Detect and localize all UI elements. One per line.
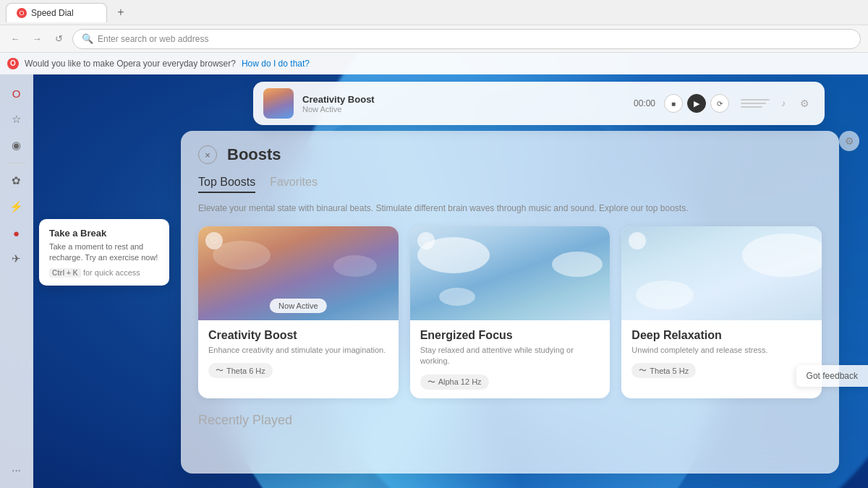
stop-button[interactable]: ■: [664, 94, 683, 113]
player-subtitle: Now Active: [302, 105, 625, 114]
take-break-tooltip: Take a Break Take a moment to rest and r…: [39, 219, 169, 286]
wave-icon: 〜: [216, 365, 224, 376]
address-bar[interactable]: 🔍 Enter search or web address: [72, 29, 861, 49]
deep-relaxation-card[interactable]: ♡ Deep Relaxation Unwind completely and …: [621, 226, 822, 398]
relax-frequency: Theta 5 Hz: [650, 367, 689, 375]
tab-title: Speed Dial: [31, 8, 74, 18]
cloud-deco-5: [439, 288, 475, 306]
creativity-frequency-tag: 〜 Theta 6 Hz: [208, 363, 273, 378]
relax-frequency-tag: 〜 Theta 5 Hz: [631, 363, 696, 378]
focus-frequency: Alpha 12 Hz: [438, 377, 482, 386]
energized-focus-card[interactable]: ♡ Energized Focus Stay relaxed and atten…: [410, 226, 610, 398]
relax-image-bg: [621, 226, 822, 320]
repeat-button[interactable]: ⟳: [710, 94, 729, 113]
shortcut-suffix: for quick access: [83, 268, 140, 277]
shortcut-key: Ctrl + K: [49, 268, 81, 278]
feedback-button[interactable]: Got feedback: [796, 365, 868, 387]
prompt-link[interactable]: How do I do that?: [242, 59, 310, 69]
browser-titlebar: O Speed Dial +: [0, 0, 868, 25]
sidebar-icon-flow[interactable]: ⚡: [5, 195, 28, 218]
boosts-header: × Boosts: [198, 145, 822, 164]
prompt-text: Would you like to make Opera your everyd…: [25, 59, 236, 69]
tab-top-boosts[interactable]: Top Boosts: [198, 176, 255, 193]
take-break-description: Take a moment to rest and recharge. Try …: [49, 241, 159, 264]
cloud-deco-2: [333, 255, 377, 277]
relax-card-name: Deep Relaxation: [631, 329, 812, 342]
opera-logo-icon: O: [7, 58, 19, 69]
creativity-card-name: Creativity Boost: [208, 329, 388, 342]
back-button[interactable]: ←: [7, 31, 23, 47]
take-break-shortcut: Ctrl + K for quick access: [49, 268, 159, 277]
creativity-favorite-button[interactable]: ♡: [205, 232, 223, 249]
relax-card-desc: Unwind completely and release stress.: [631, 345, 812, 356]
focus-frequency-tag: 〜 Alpha 12 Hz: [420, 374, 489, 390]
browser-navbar: ← → ↺ 🔍 Enter search or web address: [0, 25, 868, 53]
sidebar-icon-news[interactable]: ◉: [5, 134, 28, 157]
vol-line-1: [741, 99, 770, 100]
volume-control: [741, 99, 770, 108]
browser-window: O Speed Dial + ← → ↺ 🔍 Enter search or w…: [0, 0, 868, 488]
player-time: 00:00: [634, 98, 655, 108]
player-title: Creativity Boost: [302, 94, 625, 105]
forward-button[interactable]: →: [29, 31, 45, 47]
player-thumbnail: [263, 88, 294, 119]
sidebar: O ☆ ◉ ✿ ⚡ ● ✈ ···: [0, 74, 33, 488]
focus-favorite-button[interactable]: ♡: [417, 232, 435, 249]
relax-card-body: Deep Relaxation Unwind completely and re…: [621, 320, 822, 387]
music-note-icon: ♪: [781, 98, 786, 108]
vol-line-2: [741, 103, 766, 104]
wave-icon-2: 〜: [427, 377, 435, 388]
recently-played-label: Recently Played: [198, 413, 822, 428]
settings-gear-button[interactable]: ⚙: [839, 131, 859, 151]
tab-favorites[interactable]: Favorites: [270, 176, 318, 193]
cloud-deco-4: [552, 252, 603, 277]
boosts-tabs: Top Boosts Favorites: [198, 176, 822, 193]
close-boosts-button[interactable]: ×: [198, 145, 217, 164]
player-info: Creativity Boost Now Active: [302, 94, 625, 114]
sidebar-icon-red[interactable]: ●: [5, 221, 28, 244]
vol-line-3: [741, 106, 762, 108]
thumbnail-image: [263, 88, 294, 119]
focus-card-body: Energized Focus Stay relaxed and attenti…: [410, 320, 610, 398]
take-break-title: Take a Break: [49, 228, 159, 239]
now-active-badge: Now Active: [270, 299, 326, 313]
music-player: Creativity Boost Now Active 00:00 ■ ▶ ⟳ …: [253, 82, 825, 125]
opera-prompt-bar: O Would you like to make Opera your ever…: [0, 53, 868, 74]
focus-card-image: ♡: [410, 226, 610, 320]
focus-image-bg: [410, 226, 610, 320]
creativity-card-desc: Enhance creativity and stimulate your im…: [208, 345, 388, 356]
sidebar-icon-star[interactable]: ☆: [5, 108, 28, 131]
creativity-card-image: ♡ Now Active: [198, 226, 399, 320]
sidebar-icon-telegram[interactable]: ✈: [5, 247, 28, 270]
wave-icon-3: 〜: [639, 365, 647, 376]
address-placeholder: Enter search or web address: [98, 34, 208, 44]
refresh-button[interactable]: ↺: [51, 31, 67, 47]
player-controls: ■ ▶ ⟳: [664, 94, 729, 113]
creativity-boost-card[interactable]: ♡ Now Active Creativity Boost Enhance cr…: [198, 226, 399, 398]
cloud-deco-6: [742, 234, 822, 277]
boosts-title: Boosts: [227, 145, 281, 164]
creativity-card-body: Creativity Boost Enhance creativity and …: [198, 320, 399, 387]
browser-content: O ☆ ◉ ✿ ⚡ ● ✈ ··· Take a Break Take a mo…: [0, 74, 868, 488]
new-tab-button[interactable]: +: [111, 3, 130, 22]
sidebar-icon-boosts[interactable]: ✿: [5, 169, 28, 192]
focus-card-name: Energized Focus: [420, 329, 600, 342]
player-settings-button[interactable]: ⚙: [794, 93, 814, 114]
boosts-description: Elevate your mental state with binaural …: [198, 202, 822, 215]
sidebar-icon-more[interactable]: ···: [5, 458, 28, 481]
browser-tab[interactable]: O Speed Dial: [6, 3, 107, 22]
creativity-frequency: Theta 6 Hz: [226, 367, 265, 375]
sidebar-divider: [8, 163, 25, 163]
play-button[interactable]: ▶: [687, 94, 706, 113]
focus-card-desc: Stay relaxed and attentive while studyin…: [420, 345, 600, 367]
boost-cards-row: ♡ Now Active Creativity Boost Enhance cr…: [198, 226, 822, 398]
boosts-panel: × Boosts Top Boosts Favorites Elevate yo…: [181, 131, 839, 474]
tab-favicon: O: [17, 8, 27, 18]
cloud-deco-7: [636, 281, 694, 309]
relax-card-image: ♡: [621, 226, 822, 320]
sidebar-icon-opera[interactable]: O: [5, 82, 28, 105]
